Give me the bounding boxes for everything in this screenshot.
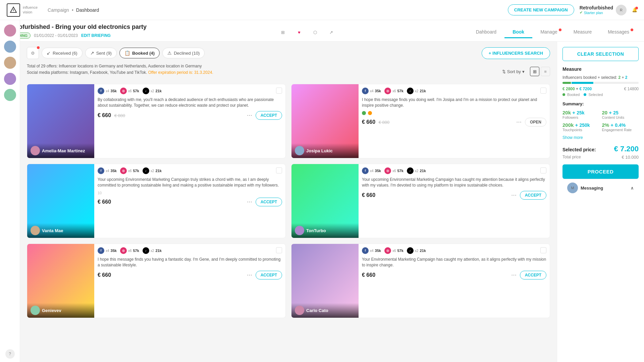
card-content: f x4 35k ◎ x6 57k ♪ x2 bbox=[359, 244, 550, 318]
card-description: Your upcoming Environmental Marketing Ca… bbox=[98, 177, 282, 188]
filter-sent[interactable]: ↗ Sent (9) bbox=[85, 48, 117, 58]
account-info: Retrofurbished ✔ Starter plan R bbox=[580, 5, 627, 15]
sidebar-avatar-2[interactable] bbox=[4, 41, 16, 53]
list-view-button[interactable]: ≡ bbox=[541, 67, 550, 76]
more-options-button[interactable]: ⋯ bbox=[510, 191, 518, 199]
sidebar-avatar-4[interactable] bbox=[4, 73, 16, 85]
show-more-button[interactable]: Show more bbox=[562, 135, 639, 140]
accept-button[interactable]: ACCEPT bbox=[520, 191, 546, 200]
card-checkbox[interactable] bbox=[540, 88, 546, 94]
right-panel: CLEAR SELECTION Measure Influencers book… bbox=[557, 42, 644, 362]
tab-dashboard[interactable]: Dahboard bbox=[468, 27, 505, 38]
card-footer: € 660 ⋯ ACCEPT bbox=[362, 271, 546, 279]
total-price-label: Total price bbox=[562, 155, 581, 160]
influencer-name: TonTurbo bbox=[306, 228, 326, 233]
filter-booked[interactable]: 📋 Booked (4) bbox=[119, 48, 160, 58]
accept-button[interactable]: ACCEPT bbox=[520, 271, 546, 279]
starter-plan: ✔ Starter plan bbox=[580, 10, 613, 15]
clear-selection-button[interactable]: CLEAR SELECTION bbox=[562, 47, 639, 61]
card-content: f x4 35k ◎ x6 57k ♪ x2 bbox=[94, 164, 285, 238]
received-label: Received (6) bbox=[53, 51, 77, 56]
accept-button[interactable]: ACCEPT bbox=[256, 271, 282, 279]
messaging-bar[interactable]: M Messaging ∧ bbox=[562, 179, 639, 197]
card-overlay: TonTurbo bbox=[291, 223, 359, 238]
card-image: Josipa Lukic bbox=[291, 84, 359, 158]
fb-stat: f x4 35k bbox=[98, 88, 117, 94]
card-checkbox[interactable] bbox=[540, 247, 546, 253]
card-image: Vanta Mae bbox=[27, 164, 94, 238]
tt-stat: ♪ x2 21k bbox=[407, 247, 426, 254]
card-content: f x4 35k ◎ x6 57k ♪ x2 bbox=[359, 164, 550, 238]
fb-stat: f x4 35k bbox=[98, 247, 117, 254]
edit-briefing-link[interactable]: EDIT BRIEFING bbox=[81, 33, 111, 38]
nav-campaign[interactable]: Campaign bbox=[48, 7, 69, 13]
price: € 660 bbox=[362, 192, 375, 198]
sort-button[interactable]: ⇅ Sort by ▾ bbox=[499, 68, 527, 75]
nav-dot: • bbox=[72, 7, 73, 13]
tab-messages[interactable]: Messages bbox=[600, 27, 637, 38]
accept-button[interactable]: ACCEPT bbox=[256, 111, 282, 120]
sidebar-avatar-3[interactable] bbox=[4, 57, 16, 69]
more-options-button[interactable]: ⋯ bbox=[246, 271, 254, 279]
facebook-icon: f bbox=[98, 88, 104, 94]
card-actions: ⋯ ACCEPT bbox=[246, 111, 282, 120]
card-checkbox[interactable] bbox=[276, 247, 282, 253]
ig-stat: ◎ x6 57k bbox=[384, 167, 404, 174]
measure-label: Measure bbox=[562, 66, 639, 72]
card-checkbox[interactable] bbox=[276, 167, 282, 173]
card-footer: € 660 ⋯ ACCEPT bbox=[98, 198, 282, 206]
filter-received[interactable]: ↙ Received (6) bbox=[42, 48, 83, 58]
card-image: Amelia-Mae Martinez bbox=[27, 84, 94, 158]
messages-dot bbox=[631, 29, 633, 31]
help-button[interactable]: ? bbox=[5, 349, 15, 359]
influencer-card: Carlo Cato f x4 35k bbox=[291, 244, 550, 318]
tab-book[interactable]: Book bbox=[504, 27, 532, 38]
influencer-cards-grid: Amelia-Mae Martinez f x4 35k bbox=[27, 84, 550, 318]
create-campaign-button[interactable]: CREATE NEW CAMPAIGN bbox=[508, 4, 574, 15]
card-overlay: Genievev bbox=[27, 303, 94, 318]
filter-declined[interactable]: ⚠ Declined (10) bbox=[162, 48, 205, 58]
instagram-icon: ◎ bbox=[384, 247, 391, 254]
notification-bell[interactable]: 🔔 bbox=[632, 7, 637, 12]
sidebar-avatar-1[interactable] bbox=[4, 24, 16, 37]
export-tool-icon[interactable]: ↗ bbox=[326, 27, 337, 38]
filter-tabs-row: ⚙ ↙ Received (6) ↗ Sent (9) 📋 Booked (4)… bbox=[27, 47, 550, 59]
open-button[interactable]: OPEN bbox=[525, 118, 546, 126]
card-actions: ⋯ ACCEPT bbox=[510, 191, 546, 200]
tab-manage[interactable]: Manage bbox=[532, 27, 566, 38]
followers-value: 20k + 25k bbox=[562, 110, 599, 115]
budget-selected: € 7200 bbox=[579, 87, 592, 91]
accept-button[interactable]: ACCEPT bbox=[256, 198, 282, 206]
facebook-icon: f bbox=[362, 88, 369, 94]
ig-stat: ◎ x6 57k bbox=[384, 247, 404, 254]
share-tool-icon[interactable]: ⬡ bbox=[310, 27, 321, 38]
filter-settings-button[interactable]: ⚙ bbox=[27, 47, 39, 59]
summary-label: Summary: bbox=[562, 101, 639, 106]
instagram-icon: ◎ bbox=[120, 167, 127, 174]
more-options-button[interactable]: ⋯ bbox=[246, 111, 254, 119]
expiry-link: Offer expiration period is: 31.3.2024. bbox=[148, 70, 213, 75]
heart-tool-icon[interactable]: ♥ bbox=[294, 27, 305, 38]
more-options-button[interactable]: ⋯ bbox=[246, 198, 254, 206]
more-options-button[interactable]: ⋯ bbox=[515, 118, 523, 126]
influencers-search-button[interactable]: + INFLUENCERS SEARCH bbox=[482, 47, 550, 59]
card-overlay: Josipa Lukic bbox=[291, 143, 359, 158]
breadcrumb: Campaign • Dashboard bbox=[48, 7, 99, 13]
proceed-button[interactable]: PROCEED bbox=[562, 164, 639, 179]
grid-tool-icon[interactable]: ⊞ bbox=[278, 27, 288, 38]
card-checkbox[interactable] bbox=[276, 88, 282, 94]
card-description: I hope this message finds you doing well… bbox=[362, 97, 546, 108]
more-options-button[interactable]: ⋯ bbox=[510, 271, 518, 279]
sort-icon: ⇅ bbox=[502, 69, 506, 74]
price: € 660 bbox=[98, 272, 111, 278]
tab-measure[interactable]: Measure bbox=[566, 27, 600, 38]
total-price-row: Total price € 10.000 bbox=[562, 155, 639, 160]
card-footer: € 660 € 880 ⋯ ACCEPT bbox=[98, 111, 282, 120]
account-avatar[interactable]: R bbox=[616, 5, 627, 15]
social-stats: f x4 35k ◎ x6 57k ♪ x2 bbox=[98, 247, 282, 254]
sidebar-avatar-5[interactable] bbox=[4, 89, 16, 101]
grid-view-button[interactable]: ⊞ bbox=[530, 67, 539, 76]
avatar bbox=[31, 226, 40, 235]
card-checkbox[interactable] bbox=[540, 167, 546, 173]
manage-dot bbox=[559, 29, 561, 31]
